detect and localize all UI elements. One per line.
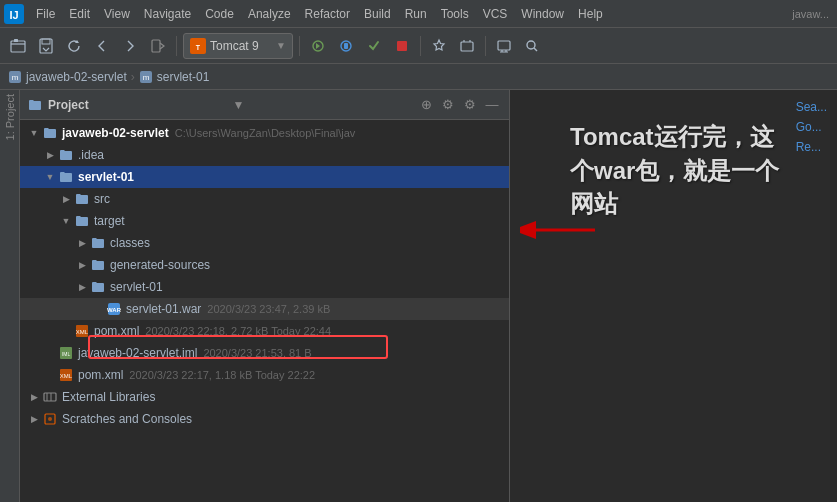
refresh-button[interactable] (62, 34, 86, 58)
build-settings-button[interactable] (427, 34, 451, 58)
servlet01-sub-folder-icon (90, 279, 106, 295)
tree-iml[interactable]: IML javaweb-02-servlet.iml 2020/3/23 21:… (20, 342, 509, 364)
forward-button[interactable] (118, 34, 142, 58)
menu-vcs[interactable]: VCS (477, 5, 514, 23)
pom-servlet01-meta: 2020/3/23 22:18, 2.72 kB Today 22:44 (145, 325, 331, 337)
expand-classes (76, 237, 88, 249)
breadcrumb-child[interactable]: servlet-01 (157, 70, 210, 84)
target-folder-name: target (94, 214, 125, 228)
annotation-area: Tomcat运行完，这 个war包，就是一个 网站 Sea... Go... R… (510, 90, 837, 502)
menu-view[interactable]: View (98, 5, 136, 23)
panel-minimize-icon[interactable]: — (483, 96, 501, 114)
panel-header: Project ▼ ⊕ ⚙ ⚙ — (20, 90, 509, 120)
app-logo: IJ (4, 4, 24, 24)
menu-code[interactable]: Code (199, 5, 240, 23)
pom-root-xml-icon: XML (58, 367, 74, 383)
folder-icon (42, 125, 58, 141)
menu-file[interactable]: File (30, 5, 61, 23)
back-button[interactable] (90, 34, 114, 58)
save-all-button[interactable] (34, 34, 58, 58)
svg-rect-12 (397, 41, 407, 51)
stop-button[interactable] (390, 34, 414, 58)
menu-tools[interactable]: Tools (435, 5, 475, 23)
right-panel-search[interactable]: Sea... (790, 98, 833, 116)
menu-window[interactable]: Window (515, 5, 570, 23)
tree-external-libraries[interactable]: External Libraries (20, 386, 509, 408)
idea-folder-icon (58, 147, 74, 163)
svg-rect-6 (152, 40, 160, 52)
open-button[interactable] (6, 34, 30, 58)
file-tree: javaweb-02-servlet C:\Users\WangZan\Desk… (20, 120, 509, 502)
breadcrumb-child-label: servlet-01 (157, 70, 210, 84)
war-file-meta: 2020/3/23 23:47, 2.39 kB (207, 303, 330, 315)
breadcrumb-root[interactable]: javaweb-02-servlet (26, 70, 127, 84)
menu-analyze[interactable]: Analyze (242, 5, 297, 23)
svg-rect-13 (461, 42, 473, 51)
menu-run[interactable]: Run (399, 5, 433, 23)
coverage-button[interactable] (362, 34, 386, 58)
svg-text:m: m (12, 73, 19, 82)
panel-settings-icon[interactable]: ⚙ (461, 96, 479, 114)
tree-target[interactable]: target (20, 210, 509, 232)
right-panel-re[interactable]: Re... (790, 138, 833, 156)
tree-generated-sources[interactable]: generated-sources (20, 254, 509, 276)
panel-title: Project (48, 98, 227, 112)
run-config-dropdown[interactable]: T Tomcat 9 ▼ (183, 33, 293, 59)
app-title-right: javaw... (792, 8, 833, 20)
menu-refactor[interactable]: Refactor (299, 5, 356, 23)
external-libs-icon (42, 389, 58, 405)
expand-root (28, 127, 40, 139)
panel-dropdown-arrow[interactable]: ▼ (233, 98, 412, 112)
annotation-text: Tomcat运行完，这 个war包，就是一个 网站 (570, 120, 779, 221)
generated-folder-icon (90, 257, 106, 273)
servlet01-sub-name: servlet-01 (110, 280, 163, 294)
breadcrumb: m javaweb-02-servlet › m servlet-01 (0, 64, 837, 90)
annotation-line2: 个war包，就是一个 (570, 154, 779, 188)
tree-servlet01[interactable]: servlet-01 (20, 166, 509, 188)
iml-file-meta: 2020/3/23 21:53, 81 B (203, 347, 311, 359)
svg-rect-29 (44, 393, 56, 401)
revert-button[interactable] (146, 34, 170, 58)
tree-classes[interactable]: classes (20, 232, 509, 254)
tree-idea[interactable]: .idea (20, 144, 509, 166)
svg-text:m: m (142, 73, 149, 82)
svg-point-33 (48, 417, 52, 421)
menu-help[interactable]: Help (572, 5, 609, 23)
search-everywhere-button[interactable] (520, 34, 544, 58)
menu-navigate[interactable]: Navigate (138, 5, 197, 23)
reload-button[interactable] (306, 34, 330, 58)
tree-scratches[interactable]: Scratches and Consoles (20, 408, 509, 430)
expand-generated (76, 259, 88, 271)
tree-pom-servlet01[interactable]: XML pom.xml 2020/3/23 22:18, 2.72 kB Tod… (20, 320, 509, 342)
tree-src[interactable]: src (20, 188, 509, 210)
svg-rect-5 (42, 39, 50, 44)
debug-button[interactable] (334, 34, 358, 58)
menubar: IJ File Edit View Navigate Code Analyze … (0, 0, 837, 28)
generated-folder-name: generated-sources (110, 258, 210, 272)
idea-folder-name: .idea (78, 148, 104, 162)
servlet01-folder-icon (58, 169, 74, 185)
tree-war-file[interactable]: WAR servlet-01.war 2020/3/23 23:47, 2.39… (20, 298, 509, 320)
panel-gear-icon[interactable]: ⚙ (439, 96, 457, 114)
menu-edit[interactable]: Edit (63, 5, 96, 23)
pom-servlet01-name: pom.xml (94, 324, 139, 338)
screen-button[interactable] (492, 34, 516, 58)
debug-build-button[interactable] (455, 34, 479, 58)
tree-root[interactable]: javaweb-02-servlet C:\Users\WangZan\Desk… (20, 122, 509, 144)
tree-pom-root[interactable]: XML pom.xml 2020/3/23 22:17, 1.18 kB Tod… (20, 364, 509, 386)
panel-scope-icon[interactable]: ⊕ (417, 96, 435, 114)
menu-build[interactable]: Build (358, 5, 397, 23)
src-folder-name: src (94, 192, 110, 206)
svg-text:IJ: IJ (9, 9, 18, 21)
right-panel-go[interactable]: Go... (790, 118, 833, 136)
svg-point-15 (527, 41, 535, 49)
svg-rect-2 (11, 41, 25, 52)
svg-text:WAR: WAR (107, 307, 121, 313)
module-icon-2: m (139, 70, 153, 84)
tree-servlet01-sub[interactable]: servlet-01 (20, 276, 509, 298)
expand-target (60, 215, 72, 227)
module-icon: m (8, 70, 22, 84)
side-tab[interactable]: 1: Project (0, 90, 20, 502)
expand-scratches (28, 413, 40, 425)
svg-line-16 (534, 48, 537, 51)
